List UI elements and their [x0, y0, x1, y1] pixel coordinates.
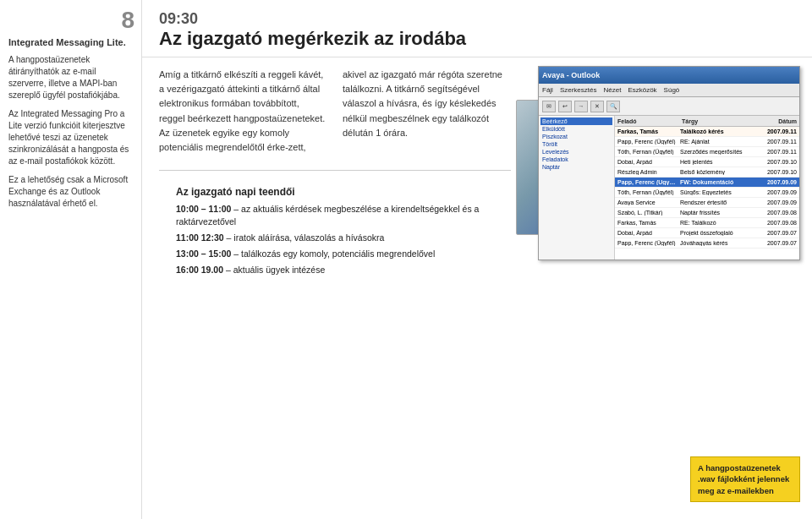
row-date: 2007.09.11 — [750, 139, 797, 145]
row-from: Dobai, Árpád — [617, 159, 677, 165]
outlook-body: BeérkezőElküldöttPiszkozatTöröltLevelezé… — [539, 116, 799, 260]
divider — [159, 170, 511, 171]
sidebar-paragraph3: Ez a lehetőség csak a Microsoft Exchange… — [8, 174, 134, 210]
row-subject: Projekt összefoglaló — [680, 230, 747, 236]
table-row[interactable]: Dobai, Árpád Heti jelentés 2007.09.10 — [615, 157, 799, 167]
outlook-window-title: Avaya - Outlook — [542, 71, 600, 79]
table-row[interactable]: Tóth, Fernan (Ügyfél) Sürgős: Egyeztetés… — [615, 188, 799, 198]
row-subject: Szerződés megerősítés — [680, 149, 747, 155]
row-subject: Naptár frissítés — [680, 210, 747, 216]
table-row[interactable]: Szabó, L. (Titkár) Naptár frissítés 2007… — [615, 208, 799, 218]
sidebar-paragraph2: Az Integrated Messaging Pro a Lite verzi… — [8, 108, 134, 167]
row-from: Szabó, L. (Titkár) — [617, 210, 677, 216]
text-column: Amíg a titkárnő elkészíti a reggeli kávé… — [142, 57, 524, 519]
toolbar-search[interactable]: 🔍 — [606, 101, 620, 112]
outlook-window[interactable]: Avaya - Outlook Fájl Szerkesztés Nézet E… — [538, 66, 800, 260]
row-from: Papp, Ferenc (Ügyfél) — [617, 240, 677, 246]
outlook-titlebar: Avaya - Outlook — [539, 67, 799, 84]
row-from: Papp, Ferenc (Ügyfél) — [617, 179, 677, 185]
outlook-folder-naptár[interactable]: Naptár — [540, 163, 612, 171]
menu-eszkozok[interactable]: Eszközök — [628, 86, 656, 94]
outlook-list-header: Feladó Tárgy Dátum — [615, 116, 799, 127]
menu-sugo[interactable]: Súgó — [664, 86, 680, 94]
row-from: Farkas, Tamás — [617, 128, 677, 134]
outlook-folder-feladatok[interactable]: Feladatok — [540, 156, 612, 163]
row-date: 2007.09.09 — [750, 179, 797, 185]
tasks-box: Az igazgató napi teendői 10:00 – 11:00 –… — [159, 178, 511, 509]
row-subject: Jóváhagyás kérés — [680, 240, 747, 246]
row-date: 2007.09.10 — [750, 159, 797, 165]
toolbar-new[interactable]: ✉ — [542, 101, 556, 112]
screenshot-area: Avaya - Outlook Fájl Szerkesztés Nézet E… — [524, 57, 812, 519]
task-item: 11:00 12:30 – iratok aláírása, válaszolá… — [176, 232, 497, 245]
row-date: 2007.09.07 — [750, 240, 797, 246]
page-header: 09:30 Az igazgató megérkezik az irodába — [142, 0, 812, 57]
row-from: Részleg Admin — [617, 169, 677, 175]
sidebar-section-title: Integrated Messaging Lite. — [8, 37, 134, 47]
sidebar-paragraph1: A hangpostaüzenetek átirányíthatók az e-… — [8, 54, 134, 101]
outlook-folder-elküldött[interactable]: Elküldött — [540, 125, 612, 133]
menu-fajl[interactable]: Fájl — [542, 86, 553, 94]
row-from: Tóth, Fernan (Ügyfél) — [617, 189, 677, 195]
table-row[interactable]: Avaya Service Rendszer értesítő 2007.09.… — [615, 198, 799, 208]
outlook-folder-levelezés[interactable]: Levelezés — [540, 148, 612, 156]
row-date: 2007.09.09 — [750, 189, 797, 195]
table-row[interactable]: Farkas, Tamás Találkozó kérés 2007.09.11 — [615, 127, 799, 137]
header-title: Az igazgató megérkezik az irodába — [159, 28, 466, 49]
callout-box: A hangpostaüzenetek .wav fájlokként jele… — [690, 456, 800, 502]
outlook-folders: BeérkezőElküldöttPiszkozatTöröltLevelezé… — [540, 117, 612, 171]
task-item: 16:00 19.00 – aktuális ügyek intézése — [176, 264, 497, 277]
intro-text-content: Amíg a titkárnő elkészíti a reggeli kávé… — [159, 69, 502, 151]
header-time: 09:30 — [159, 10, 795, 28]
row-from: Tóth, Fernan (Ügyfél) — [617, 149, 677, 155]
table-row[interactable]: Farkas, Tamás RE: Találkozó 2007.09.08 — [615, 218, 799, 228]
outlook-toolbar: ✉ ↩ → ✕ 🔍 — [539, 97, 799, 116]
row-date: 2007.09.08 — [750, 220, 797, 226]
menu-szerkesztes[interactable]: Szerkesztés — [560, 86, 597, 94]
row-subject: Heti jelentés — [680, 159, 747, 165]
sidebar-number: 8 — [8, 8, 134, 32]
table-row[interactable]: Tóth, Fernan (Ügyfél) Szerződés megerősí… — [615, 147, 799, 157]
row-date: 2007.09.11 — [750, 128, 797, 134]
row-date: 2007.09.09 — [750, 199, 797, 205]
row-date: 2007.09.08 — [750, 210, 797, 216]
outlook-folder-törölt[interactable]: Törölt — [540, 140, 612, 148]
row-subject: Sürgős: Egyeztetés — [680, 189, 747, 195]
sidebar: 8 Integrated Messaging Lite. A hangposta… — [0, 0, 142, 519]
row-subject: Belső közlemény — [680, 169, 747, 175]
row-subject: RE: Találkozó — [680, 220, 747, 226]
table-row[interactable]: Papp, Ferenc (Ügyfél) RE: Ajánlat 2007.0… — [615, 137, 799, 147]
main-content: 09:30 Az igazgató megérkezik az irodába … — [142, 0, 812, 519]
row-date: 2007.09.10 — [750, 169, 797, 175]
row-subject: Találkozó kérés — [680, 128, 747, 134]
task-item: 10:00 – 11:00 – az aktuális kérdések meg… — [176, 203, 497, 230]
row-from: Dobai, Árpád — [617, 230, 677, 236]
row-subject: FW: Dokumentáció — [680, 179, 747, 185]
toolbar-forward[interactable]: → — [574, 101, 588, 112]
col-date: Dátum — [750, 118, 797, 124]
outlook-folder-beérkező[interactable]: Beérkező — [540, 117, 612, 125]
row-subject: RE: Ajánlat — [680, 139, 747, 145]
content-area: Amíg a titkárnő elkészíti a reggeli kávé… — [142, 57, 812, 519]
intro-text: Amíg a titkárnő elkészíti a reggeli kávé… — [159, 68, 511, 154]
row-date: 2007.09.07 — [750, 230, 797, 236]
task-item: 13:00 – 15:00 – találkozás egy komoly, p… — [176, 248, 497, 261]
menu-nezet[interactable]: Nézet — [603, 86, 621, 94]
row-subject: Rendszer értesítő — [680, 199, 747, 205]
row-from: Avaya Service — [617, 199, 677, 205]
toolbar-delete[interactable]: ✕ — [590, 101, 604, 112]
row-from: Papp, Ferenc (Ügyfél) — [617, 139, 677, 145]
outlook-menubar: Fájl Szerkesztés Nézet Eszközök Súgó — [539, 84, 799, 97]
col-subject: Tárgy — [682, 118, 745, 124]
callout-text: A hangpostaüzenetek .wav fájlokként jele… — [698, 463, 789, 495]
table-row[interactable]: Részleg Admin Belső közlemény 2007.09.10 — [615, 167, 799, 178]
table-row[interactable]: Dobai, Árpád Projekt összefoglaló 2007.0… — [615, 228, 799, 238]
row-from: Farkas, Tamás — [617, 220, 677, 226]
toolbar-reply[interactable]: ↩ — [558, 101, 572, 112]
tasks-list: 10:00 – 11:00 – az aktuális kérdések meg… — [176, 203, 497, 277]
outlook-folder-piszkozat[interactable]: Piszkozat — [540, 133, 612, 140]
table-row[interactable]: Papp, Ferenc (Ügyfél) Jóváhagyás kérés 2… — [615, 238, 799, 249]
table-row[interactable]: Papp, Ferenc (Ügyfél) FW: Dokumentáció 2… — [615, 178, 799, 188]
outlook-message-list: Farkas, Tamás Találkozó kérés 2007.09.11… — [615, 127, 799, 260]
outlook-main-panel: Feladó Tárgy Dátum Farkas, Tamás Találko… — [615, 116, 799, 260]
